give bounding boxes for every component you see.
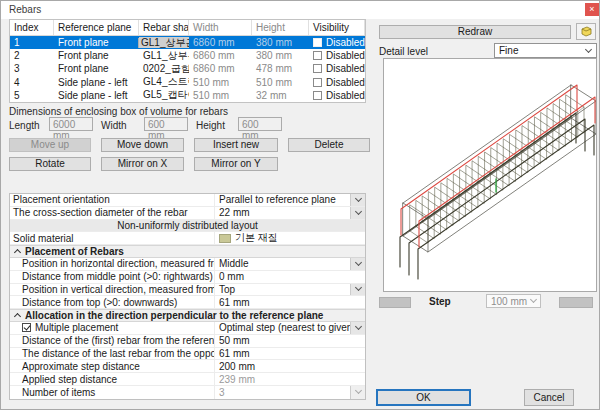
cell-rebar-shape: GL4_스트럽 [139,75,189,89]
col-header-index: Index [10,20,54,35]
dropdown-arrow-icon[interactable] [350,207,365,219]
dropdown-arrow-icon[interactable] [350,284,365,296]
render-mode-button[interactable] [576,23,596,40]
top-distance-input[interactable]: 61 mm [215,296,365,308]
cell-width: 6860 mm [189,50,252,61]
cell-height: 380 mm [252,37,309,48]
visibility-checkbox[interactable] [313,78,322,87]
chevron-down-icon [585,45,592,52]
cell-width: 6860 mm [189,63,252,74]
non-uniform-layout-button[interactable]: Non-uniformly distributed layout [10,220,365,232]
height-label: Height [196,120,225,131]
prop-row-last-rebar-distance: The distance of the last rebar from the … [10,348,365,361]
cell-rebar-shape: 0202_굽힘근 [139,62,189,76]
cell-index: 4 [10,77,54,88]
cell-height: 32 mm [252,90,309,101]
prop-row-top-distance: Distance from top (>0: downwards) 61 mm [10,296,365,309]
last-rebar-distance-input[interactable]: 61 mm [215,348,365,360]
rotate-button[interactable]: Rotate [9,157,91,171]
rebars-dialog: Rebars × Index Reference plane Rebar sha… [0,0,600,410]
length-label: Length [9,120,40,131]
property-grid: Placement orientation Parallel to refere… [9,193,366,400]
dropdown-arrow-icon[interactable] [350,258,365,270]
dimensions-section-label: Dimensions of enclosing box of volume fo… [9,106,228,117]
close-button[interactable]: × [585,3,599,16]
visibility-checkbox[interactable] [313,91,322,100]
cell-index: 3 [10,63,54,74]
step-decrease-button[interactable] [379,297,411,308]
section-placement-of-rebars[interactable]: Placement of Rebars [10,245,365,258]
redraw-button[interactable]: Redraw [379,25,571,39]
material-color-swatch [219,234,231,243]
cell-index: 2 [10,50,54,61]
step-increase-button[interactable] [559,297,593,308]
insert-new-button[interactable]: Insert new [194,138,278,152]
solid-material-field[interactable]: 기본 재질 [215,232,365,244]
col-header-visibility: Visibility [309,20,365,35]
cell-visibility: Disabled [309,77,365,88]
mirror-y-button[interactable]: Mirror on Y [194,157,278,171]
multiple-placement-checkbox[interactable] [22,323,31,332]
cell-height: 380 mm [252,50,309,61]
prop-row-multiple-placement: Multiple placement Optimal step (nearest… [10,322,365,335]
prop-row-nonuniform-layout: Non-uniformly distributed layout [10,220,365,233]
section-allocation[interactable]: Allocation in the direction perpendicula… [10,309,365,322]
table-row[interactable]: 2 Front plane GL1_상부근 6860 mm 380 mm Dis… [10,49,365,62]
visibility-checkbox[interactable] [313,38,322,47]
vertical-position-select[interactable]: Top [215,284,365,296]
table-row[interactable]: 3 Front plane 0202_굽힘근 6860 mm 478 mm Di… [10,62,365,75]
collapse-icon[interactable] [14,249,21,256]
mirror-x-button[interactable]: Mirror on X [101,157,184,171]
prop-row-solid-material: Solid material 기본 재질 [10,232,365,245]
dropdown-arrow-icon[interactable] [350,194,365,206]
cell-index: 5 [10,90,54,101]
cell-reference-plane[interactable]: Front plane [54,37,139,48]
middle-distance-input[interactable]: 0 mm [215,271,365,283]
move-down-button[interactable]: Move down [101,138,184,152]
preview-viewport[interactable] [383,58,597,292]
cell-index: 1 [10,37,54,48]
prop-row-first-rebar-distance: Distance of the (first) rebar from the r… [10,335,365,348]
multiple-placement-select[interactable]: Optimal step (nearest to given value) [215,322,365,334]
table-row[interactable]: 1 Front plane GL1_상부근 6860 mm 380 mm Dis… [10,36,365,49]
visibility-checkbox[interactable] [313,51,322,60]
visibility-checkbox[interactable] [313,64,322,73]
prop-row-middle-distance: Distance from middle point (>0: rightwar… [10,271,365,284]
height-input: 600 mm [238,117,282,131]
cell-rebar-shape[interactable]: GL1_상부근 [139,37,189,48]
delete-button[interactable]: Delete [288,138,370,152]
dropdown-arrow-icon[interactable] [350,322,365,334]
cell-reference-plane: Front plane [54,50,139,61]
cell-width: 510 mm [189,90,252,101]
title-bar: Rebars × [1,1,599,19]
detail-level-select[interactable]: Fine [494,43,597,58]
col-header-reference-plane: Reference plane [54,20,139,35]
diameter-select[interactable]: 22 mm [215,207,365,219]
cancel-button[interactable]: Cancel [524,389,574,406]
first-rebar-distance-input[interactable]: 50 mm [215,335,365,347]
cell-reference-plane: Side plane - left [54,77,139,88]
number-of-items-select: 3 [215,386,365,399]
dropdown-arrow-icon [350,386,365,399]
horizontal-position-select[interactable]: Middle [215,258,365,270]
cube-icon [580,25,593,38]
placement-orientation-select[interactable]: Parallel to reference plane [215,194,365,206]
col-header-height: Height [252,20,309,35]
cell-visibility: Disabled [309,63,365,74]
ok-button[interactable]: OK [376,389,471,406]
prop-row-vertical-position: Position in vertical direction, measured… [10,284,365,297]
cell-reference-plane: Side plane - left [54,90,139,101]
collapse-icon[interactable] [14,313,21,320]
prop-row-horizontal-position: Position in horizontal direction, measur… [10,258,365,271]
approx-step-input[interactable]: 200 mm [215,360,365,372]
prop-row-number-of-items: Number of items 3 [10,386,365,399]
cell-height: 510 mm [252,77,309,88]
cell-visibility: Disabled [309,90,365,101]
move-up-button: Move up [9,138,91,152]
plane-dropdown-button[interactable] [138,38,139,49]
table-row[interactable]: 5 Side plane - left GL5_캡타이 510 mm 32 mm… [10,89,365,102]
cell-width: 510 mm [189,77,252,88]
cell-rebar-shape: GL1_상부근 [139,49,189,63]
col-header-width: Width [189,20,252,35]
table-row[interactable]: 4 Side plane - left GL4_스트럽 510 mm 510 m… [10,76,365,89]
